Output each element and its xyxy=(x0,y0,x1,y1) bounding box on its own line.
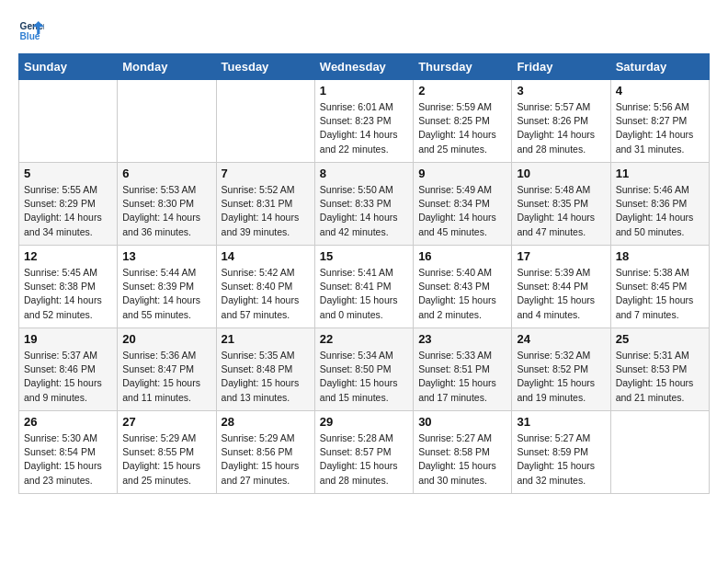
day-info: Sunrise: 5:29 AMSunset: 8:55 PMDaylight:… xyxy=(122,431,210,488)
day-info: Sunrise: 5:55 AMSunset: 8:29 PMDaylight:… xyxy=(24,183,112,239)
calendar-cell: 16Sunrise: 5:40 AMSunset: 8:43 PMDayligh… xyxy=(414,246,512,328)
day-number: 25 xyxy=(616,332,704,346)
calendar-header: SundayMondayTuesdayWednesdayThursdayFrid… xyxy=(19,54,710,80)
day-number: 21 xyxy=(222,332,310,346)
weekday-header: Tuesday xyxy=(216,54,314,80)
logo: General Blue xyxy=(18,18,46,44)
calendar-cell: 15Sunrise: 5:41 AMSunset: 8:41 PMDayligh… xyxy=(314,246,413,328)
day-number: 19 xyxy=(24,332,112,346)
calendar-body: 1Sunrise: 6:01 AMSunset: 8:23 PMDaylight… xyxy=(19,80,710,494)
day-info: Sunrise: 5:27 AMSunset: 8:58 PMDaylight:… xyxy=(418,431,506,488)
calendar-cell xyxy=(216,80,314,163)
calendar-cell: 14Sunrise: 5:42 AMSunset: 8:40 PMDayligh… xyxy=(216,246,314,328)
calendar-cell: 26Sunrise: 5:30 AMSunset: 8:54 PMDayligh… xyxy=(19,411,118,494)
day-number: 10 xyxy=(517,167,605,180)
calendar-cell: 2Sunrise: 5:59 AMSunset: 8:25 PMDaylight… xyxy=(414,80,512,163)
day-number: 6 xyxy=(122,167,210,180)
day-number: 2 xyxy=(418,84,506,98)
day-number: 27 xyxy=(122,415,210,429)
day-info: Sunrise: 5:30 AMSunset: 8:54 PMDaylight:… xyxy=(24,431,112,488)
calendar-week-row: 5Sunrise: 5:55 AMSunset: 8:29 PMDaylight… xyxy=(19,163,710,246)
day-info: Sunrise: 5:52 AMSunset: 8:31 PMDaylight:… xyxy=(222,183,310,239)
day-info: Sunrise: 5:37 AMSunset: 8:46 PMDaylight:… xyxy=(24,349,112,405)
day-info: Sunrise: 5:48 AMSunset: 8:35 PMDaylight:… xyxy=(517,183,605,239)
day-info: Sunrise: 5:33 AMSunset: 8:51 PMDaylight:… xyxy=(418,349,506,405)
day-info: Sunrise: 5:49 AMSunset: 8:34 PMDaylight:… xyxy=(418,183,506,239)
calendar-cell: 11Sunrise: 5:46 AMSunset: 8:36 PMDayligh… xyxy=(610,163,709,246)
weekday-header: Sunday xyxy=(19,54,118,80)
day-number: 11 xyxy=(616,167,704,180)
day-number: 8 xyxy=(320,167,408,180)
calendar-week-row: 19Sunrise: 5:37 AMSunset: 8:46 PMDayligh… xyxy=(19,328,710,411)
calendar-cell: 30Sunrise: 5:27 AMSunset: 8:58 PMDayligh… xyxy=(414,411,512,494)
day-info: Sunrise: 5:36 AMSunset: 8:47 PMDaylight:… xyxy=(122,349,210,405)
day-number: 31 xyxy=(517,415,605,429)
calendar-cell: 27Sunrise: 5:29 AMSunset: 8:55 PMDayligh… xyxy=(118,411,216,494)
calendar-cell: 12Sunrise: 5:45 AMSunset: 8:38 PMDayligh… xyxy=(19,246,118,328)
calendar-cell xyxy=(19,80,118,163)
day-info: Sunrise: 6:01 AMSunset: 8:23 PMDaylight:… xyxy=(320,100,408,156)
day-number: 18 xyxy=(616,249,704,263)
calendar-cell: 21Sunrise: 5:35 AMSunset: 8:48 PMDayligh… xyxy=(216,328,314,411)
day-number: 15 xyxy=(320,249,408,263)
calendar-cell: 22Sunrise: 5:34 AMSunset: 8:50 PMDayligh… xyxy=(314,328,413,411)
calendar-cell: 25Sunrise: 5:31 AMSunset: 8:53 PMDayligh… xyxy=(610,328,709,411)
day-info: Sunrise: 5:59 AMSunset: 8:25 PMDaylight:… xyxy=(418,100,506,156)
day-info: Sunrise: 5:45 AMSunset: 8:38 PMDaylight:… xyxy=(24,266,112,322)
day-info: Sunrise: 5:34 AMSunset: 8:50 PMDaylight:… xyxy=(320,349,408,405)
day-number: 5 xyxy=(24,167,112,180)
day-info: Sunrise: 5:56 AMSunset: 8:27 PMDaylight:… xyxy=(616,100,704,156)
day-number: 29 xyxy=(320,415,408,429)
day-info: Sunrise: 5:38 AMSunset: 8:45 PMDaylight:… xyxy=(616,266,704,322)
day-info: Sunrise: 5:32 AMSunset: 8:52 PMDaylight:… xyxy=(517,349,605,405)
calendar-cell: 4Sunrise: 5:56 AMSunset: 8:27 PMDaylight… xyxy=(610,80,709,163)
calendar-week-row: 26Sunrise: 5:30 AMSunset: 8:54 PMDayligh… xyxy=(19,411,710,494)
calendar-cell: 5Sunrise: 5:55 AMSunset: 8:29 PMDaylight… xyxy=(19,163,118,246)
day-info: Sunrise: 5:41 AMSunset: 8:41 PMDaylight:… xyxy=(320,266,408,322)
day-info: Sunrise: 5:46 AMSunset: 8:36 PMDaylight:… xyxy=(616,183,704,239)
calendar-cell: 9Sunrise: 5:49 AMSunset: 8:34 PMDaylight… xyxy=(414,163,512,246)
calendar-cell: 28Sunrise: 5:29 AMSunset: 8:56 PMDayligh… xyxy=(216,411,314,494)
day-info: Sunrise: 5:40 AMSunset: 8:43 PMDaylight:… xyxy=(418,266,506,322)
calendar-table: SundayMondayTuesdayWednesdayThursdayFrid… xyxy=(18,53,710,494)
calendar-cell: 29Sunrise: 5:28 AMSunset: 8:57 PMDayligh… xyxy=(314,411,413,494)
day-number: 20 xyxy=(122,332,210,346)
day-number: 17 xyxy=(517,249,605,263)
calendar-cell: 1Sunrise: 6:01 AMSunset: 8:23 PMDaylight… xyxy=(314,80,413,163)
day-number: 3 xyxy=(517,84,605,98)
day-number: 24 xyxy=(517,332,605,346)
calendar-cell: 8Sunrise: 5:50 AMSunset: 8:33 PMDaylight… xyxy=(314,163,413,246)
calendar-cell: 13Sunrise: 5:44 AMSunset: 8:39 PMDayligh… xyxy=(118,246,216,328)
weekday-header: Monday xyxy=(118,54,216,80)
calendar-cell: 10Sunrise: 5:48 AMSunset: 8:35 PMDayligh… xyxy=(512,163,610,246)
day-info: Sunrise: 5:57 AMSunset: 8:26 PMDaylight:… xyxy=(517,100,605,156)
calendar-cell: 19Sunrise: 5:37 AMSunset: 8:46 PMDayligh… xyxy=(19,328,118,411)
day-info: Sunrise: 5:28 AMSunset: 8:57 PMDaylight:… xyxy=(320,431,408,488)
calendar-cell: 6Sunrise: 5:53 AMSunset: 8:30 PMDaylight… xyxy=(118,163,216,246)
day-number: 12 xyxy=(24,249,112,263)
day-info: Sunrise: 5:44 AMSunset: 8:39 PMDaylight:… xyxy=(122,266,210,322)
day-number: 16 xyxy=(418,249,506,263)
calendar-cell: 3Sunrise: 5:57 AMSunset: 8:26 PMDaylight… xyxy=(512,80,610,163)
day-number: 7 xyxy=(222,167,310,180)
page-header: General Blue xyxy=(18,18,710,44)
day-info: Sunrise: 5:31 AMSunset: 8:53 PMDaylight:… xyxy=(616,349,704,405)
day-info: Sunrise: 5:42 AMSunset: 8:40 PMDaylight:… xyxy=(222,266,310,322)
day-info: Sunrise: 5:29 AMSunset: 8:56 PMDaylight:… xyxy=(222,431,310,488)
weekday-header: Friday xyxy=(512,54,610,80)
calendar-week-row: 12Sunrise: 5:45 AMSunset: 8:38 PMDayligh… xyxy=(19,246,710,328)
calendar-cell: 17Sunrise: 5:39 AMSunset: 8:44 PMDayligh… xyxy=(512,246,610,328)
weekday-header: Saturday xyxy=(610,54,709,80)
calendar-cell: 23Sunrise: 5:33 AMSunset: 8:51 PMDayligh… xyxy=(414,328,512,411)
weekday-header: Wednesday xyxy=(314,54,413,80)
weekday-header: Thursday xyxy=(414,54,512,80)
calendar-cell: 20Sunrise: 5:36 AMSunset: 8:47 PMDayligh… xyxy=(118,328,216,411)
header-row: SundayMondayTuesdayWednesdayThursdayFrid… xyxy=(19,54,710,80)
day-number: 28 xyxy=(222,415,310,429)
calendar-cell: 31Sunrise: 5:27 AMSunset: 8:59 PMDayligh… xyxy=(512,411,610,494)
day-info: Sunrise: 5:35 AMSunset: 8:48 PMDaylight:… xyxy=(222,349,310,405)
logo-icon: General Blue xyxy=(18,18,44,44)
day-info: Sunrise: 5:39 AMSunset: 8:44 PMDaylight:… xyxy=(517,266,605,322)
calendar-cell: 24Sunrise: 5:32 AMSunset: 8:52 PMDayligh… xyxy=(512,328,610,411)
day-info: Sunrise: 5:50 AMSunset: 8:33 PMDaylight:… xyxy=(320,183,408,239)
